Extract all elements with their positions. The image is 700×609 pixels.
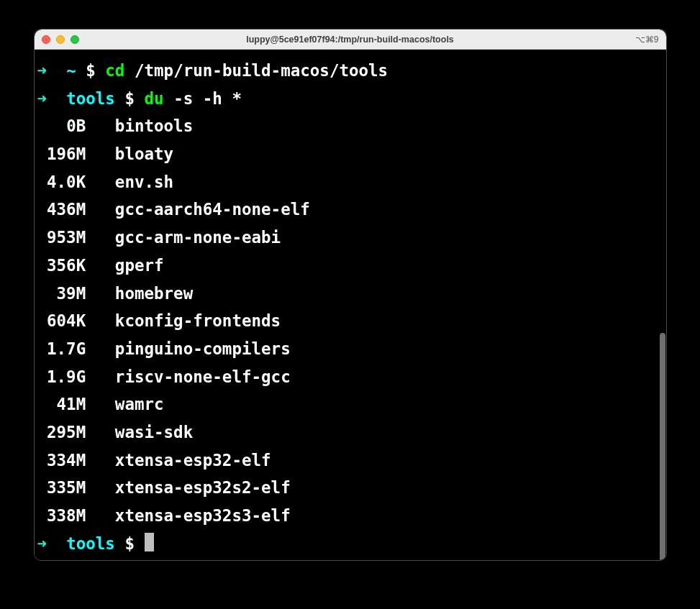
file-size: 295M xyxy=(37,418,86,447)
file-name: pinguino-compilers xyxy=(115,339,291,358)
prompt-arrow-icon: ➜ xyxy=(37,61,47,80)
command-args: /tmp/run-build-macos/tools xyxy=(135,61,388,80)
file-name: gcc-arm-none-eabi xyxy=(115,228,281,247)
file-size: 4.0K xyxy=(37,168,86,196)
file-size: 0B xyxy=(37,112,86,140)
file-size: 196M xyxy=(37,140,86,168)
command-name: du xyxy=(145,89,164,108)
output-row: 356K gperf xyxy=(37,252,663,280)
output-row: 196M bloaty xyxy=(37,140,663,168)
output-row: 4.0K env.sh xyxy=(37,168,663,196)
output-row: 334M xtensa-esp32-elf xyxy=(37,447,663,475)
file-size: 39M xyxy=(37,280,86,308)
output-row: 436M gcc-aarch64-none-elf xyxy=(37,196,663,224)
file-size: 1.7G xyxy=(37,335,86,363)
output-row: 335M xtensa-esp32s2-elf xyxy=(37,474,663,502)
file-name: wasi-sdk xyxy=(115,423,193,441)
file-name: riscv-none-elf-gcc xyxy=(115,367,291,386)
prompt-dollar: $ xyxy=(86,61,96,80)
output-row: 1.9G riscv-none-elf-gcc xyxy=(37,363,663,391)
maximize-icon[interactable] xyxy=(71,35,79,44)
close-icon[interactable] xyxy=(42,35,50,44)
output-row: 295M wasi-sdk xyxy=(37,418,663,447)
prompt-line: ➜ tools $ xyxy=(37,530,663,558)
output-row: 338M xtensa-esp32s3-elf xyxy=(37,502,663,530)
output-row: 1.7G pinguino-compilers xyxy=(37,335,663,363)
file-name: xtensa-esp32s2-elf xyxy=(115,478,291,497)
output-row: 604K kconfig-frontends xyxy=(37,307,663,335)
file-size: 604K xyxy=(37,307,86,335)
scrollbar[interactable] xyxy=(660,333,665,560)
terminal-window: luppy@5ce91ef07f94:/tmp/run-build-macos/… xyxy=(34,29,667,561)
file-name: bintools xyxy=(115,116,193,135)
prompt-cwd: ~ xyxy=(66,61,76,80)
command-name: cd xyxy=(105,61,124,80)
file-size: 356K xyxy=(37,252,86,280)
prompt-cwd: tools xyxy=(66,89,115,108)
minimize-icon[interactable] xyxy=(56,35,65,44)
file-name: homebrew xyxy=(115,284,193,303)
prompt-line: ➜ ~ $ cd /tmp/run-build-macos/tools xyxy=(37,57,663,85)
file-size: 1.9G xyxy=(37,363,86,391)
file-name: xtensa-esp32-elf xyxy=(115,451,271,470)
file-name: xtensa-esp32s3-elf xyxy=(115,506,291,525)
output-row: 39M homebrew xyxy=(37,280,663,308)
output-row: 953M gcc-arm-none-eabi xyxy=(37,224,663,252)
command-args: -s -h * xyxy=(173,89,242,108)
titlebar[interactable]: luppy@5ce91ef07f94:/tmp/run-build-macos/… xyxy=(35,29,666,50)
prompt-dollar: $ xyxy=(124,89,135,108)
file-name: env.sh xyxy=(115,173,173,191)
file-size: 436M xyxy=(37,196,86,224)
terminal-content[interactable]: ➜ ~ $ cd /tmp/run-build-macos/tools ➜ to… xyxy=(35,50,666,560)
file-size: 335M xyxy=(37,474,86,502)
file-size: 953M xyxy=(37,224,86,252)
output-row: 41M wamrc xyxy=(37,390,663,418)
traffic-lights xyxy=(42,35,79,44)
prompt-dollar: $ xyxy=(124,534,135,553)
file-name: wamrc xyxy=(115,395,164,413)
file-name: bloaty xyxy=(115,145,173,163)
file-size: 334M xyxy=(37,447,86,475)
prompt-arrow-icon: ➜ xyxy=(37,534,47,553)
output-row: 0B bintools xyxy=(37,112,663,140)
prompt-line: ➜ tools $ du -s -h * xyxy=(37,85,663,113)
window-title: luppy@5ce91ef07f94:/tmp/run-build-macos/… xyxy=(35,35,666,45)
file-size: 338M xyxy=(37,502,86,530)
prompt-cwd: tools xyxy=(66,534,115,553)
file-name: gperf xyxy=(115,256,164,275)
window-shortcut: ⌥⌘9 xyxy=(635,35,659,45)
file-size: 41M xyxy=(37,390,86,418)
cursor-icon xyxy=(145,533,155,551)
file-name: kconfig-frontends xyxy=(115,311,281,330)
file-name: gcc-aarch64-none-elf xyxy=(115,200,310,219)
prompt-arrow-icon: ➜ xyxy=(37,89,47,108)
